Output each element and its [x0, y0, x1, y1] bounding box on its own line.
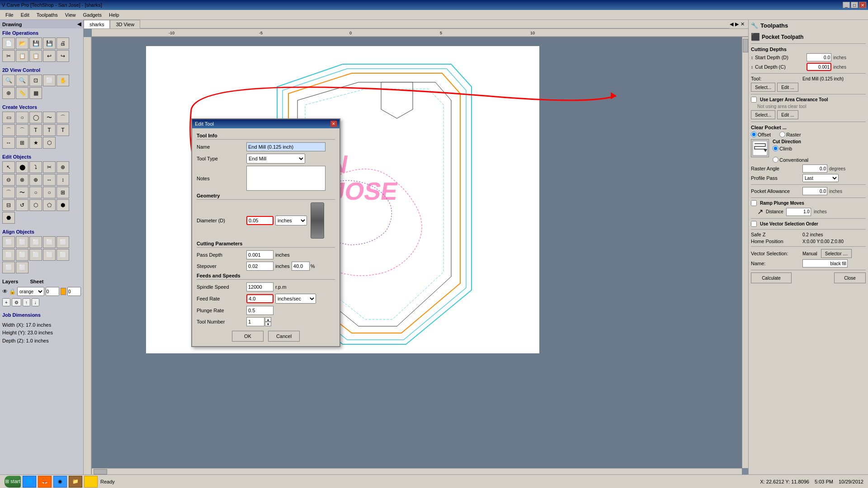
spline-btn[interactable]: ⌒: [16, 124, 28, 136]
menu-help[interactable]: Help: [105, 11, 123, 19]
v-scrollbar-thumb[interactable]: [743, 39, 748, 52]
climb-radio[interactable]: [773, 145, 778, 151]
select-btn[interactable]: ↖: [2, 161, 15, 173]
zoom-fit-btn[interactable]: ⊡: [29, 75, 42, 86]
feed-rate-unit-select[interactable]: inches/sec mm/sec: [275, 294, 316, 304]
name-rp-input[interactable]: [802, 259, 848, 267]
menu-file[interactable]: File: [2, 11, 17, 19]
align-left-btn[interactable]: ⬜: [2, 236, 15, 248]
v-scrollbar[interactable]: [742, 37, 748, 468]
prev-tab-btn[interactable]: ◀: [730, 21, 733, 27]
sheet-number-input[interactable]: [67, 287, 81, 296]
diameter-input[interactable]: [246, 216, 274, 225]
weld-btn[interactable]: ⊕: [57, 161, 69, 173]
align-center-btn[interactable]: ⬜: [16, 236, 28, 248]
h-scrollbar-thumb[interactable]: [94, 469, 107, 474]
menu-toolpaths[interactable]: Toolpaths: [33, 11, 61, 19]
subtract-btn[interactable]: ⊖: [2, 174, 15, 186]
shape2-btn[interactable]: ⬠: [43, 199, 56, 211]
plunge-rate-input[interactable]: [246, 306, 274, 315]
join-btn[interactable]: ○: [29, 187, 42, 198]
shape1-btn[interactable]: ⬡: [29, 199, 42, 211]
fit-curve-btn[interactable]: ○: [43, 187, 56, 198]
cut-btn[interactable]: ✂: [2, 50, 15, 62]
distribute-btn[interactable]: ⬜: [16, 262, 28, 273]
cancel-button[interactable]: Cancel: [268, 331, 300, 342]
text-btn[interactable]: T: [29, 124, 42, 136]
view-all-btn[interactable]: ⊕: [2, 87, 15, 99]
name-input[interactable]: [246, 142, 326, 151]
shape4-btn[interactable]: ⬣: [2, 212, 15, 224]
grid-btn[interactable]: ▦: [29, 87, 42, 99]
layer-visibility-icon[interactable]: 👁: [2, 288, 8, 295]
h-scrollbar[interactable]: [92, 468, 742, 474]
mirror-v-btn[interactable]: ↕: [57, 174, 69, 186]
space-v-btn[interactable]: ⬜: [29, 249, 42, 261]
menu-view[interactable]: View: [61, 11, 80, 19]
larger-area-checkbox[interactable]: [751, 97, 757, 103]
zoom-select-btn[interactable]: ⬜: [43, 75, 56, 86]
bezier-btn[interactable]: ⌒: [2, 124, 15, 136]
next-tab-btn[interactable]: ▶: [735, 21, 739, 27]
measure-btn[interactable]: 📏: [16, 87, 28, 99]
redo-btn[interactable]: ↪: [57, 50, 69, 62]
mirror-h-btn[interactable]: ↔: [43, 174, 56, 186]
shape3-btn[interactable]: ⬢: [57, 199, 69, 211]
offset-radio[interactable]: [751, 131, 757, 137]
tab-sharks[interactable]: sharks: [84, 20, 110, 28]
align-middle-btn[interactable]: ⬜: [57, 236, 69, 248]
circle-btn[interactable]: ○: [16, 112, 28, 123]
trim-btn[interactable]: ✂: [43, 161, 56, 173]
rotate-btn[interactable]: ↺: [16, 199, 28, 211]
tool-edit-btn[interactable]: Edit ...: [777, 83, 798, 92]
minimize-btn[interactable]: _: [843, 2, 850, 8]
stepover-input[interactable]: [246, 262, 274, 271]
open-file-btn[interactable]: 📂: [16, 38, 28, 49]
zoom-in-btn[interactable]: 🔍: [2, 75, 15, 86]
print-btn[interactable]: 🖨: [57, 38, 69, 49]
layout-btn[interactable]: ⊞: [57, 187, 69, 198]
text2-btn[interactable]: T: [43, 124, 56, 136]
new-file-btn[interactable]: 📄: [2, 38, 15, 49]
dialog-close-btn[interactable]: ✕: [330, 121, 337, 127]
maximize-btn[interactable]: □: [851, 2, 858, 8]
larger-select-btn[interactable]: Select...: [751, 110, 775, 119]
pass-depth-input[interactable]: [246, 250, 274, 259]
zoom-out-btn[interactable]: 🔍: [16, 75, 28, 86]
spindle-speed-input[interactable]: [246, 282, 274, 291]
tool-number-input[interactable]: [246, 317, 264, 326]
fit-text-btn[interactable]: T: [57, 124, 69, 136]
center-h-btn[interactable]: ⬜: [57, 249, 69, 261]
align-right-btn[interactable]: ⬜: [29, 236, 42, 248]
layer-lock-icon[interactable]: 🔒: [9, 288, 16, 295]
diameter-unit-select[interactable]: inches: [275, 216, 307, 225]
stepover-pct-input[interactable]: [292, 262, 310, 271]
align-bottom-btn[interactable]: ⬜: [2, 249, 15, 261]
arc-btn[interactable]: ⌒: [57, 112, 69, 123]
start-depth-input[interactable]: [807, 53, 831, 61]
node-edit-btn[interactable]: ⬤: [16, 161, 28, 173]
vector-selection-order-checkbox[interactable]: [751, 221, 757, 227]
pan-btn[interactable]: ✋: [57, 75, 69, 86]
panel-pin-icon[interactable]: ◀: [77, 21, 81, 27]
layer-add-btn[interactable]: +: [2, 298, 10, 306]
menu-gadgets[interactable]: Gadgets: [79, 11, 105, 19]
close-rp-btn[interactable]: Close: [834, 272, 866, 283]
taskbar-app-btn[interactable]: ⚡: [84, 476, 98, 488]
menu-edit[interactable]: Edit: [17, 11, 33, 19]
rect-btn[interactable]: ▭: [2, 112, 15, 123]
taskbar-chrome-btn[interactable]: ◉: [53, 476, 67, 488]
ok-button[interactable]: OK: [232, 331, 264, 342]
star-btn[interactable]: ★: [29, 137, 42, 149]
tool-type-select[interactable]: End Mill: [246, 154, 305, 164]
tool-number-down-btn[interactable]: ▼: [265, 322, 271, 326]
polygon-btn[interactable]: ⬡: [43, 137, 56, 149]
taskbar-firefox-btn[interactable]: 🦊: [38, 476, 52, 488]
feed-rate-input[interactable]: [246, 294, 274, 303]
taskbar-folder-btn[interactable]: 📁: [69, 476, 82, 488]
layer-move-btn[interactable]: ↑: [23, 298, 30, 306]
raster-radio[interactable]: [779, 131, 785, 137]
larger-edit-btn[interactable]: Edit ...: [777, 110, 798, 119]
close-tab-btn[interactable]: ✕: [741, 21, 745, 27]
dimension-btn[interactable]: ↔: [2, 137, 15, 149]
